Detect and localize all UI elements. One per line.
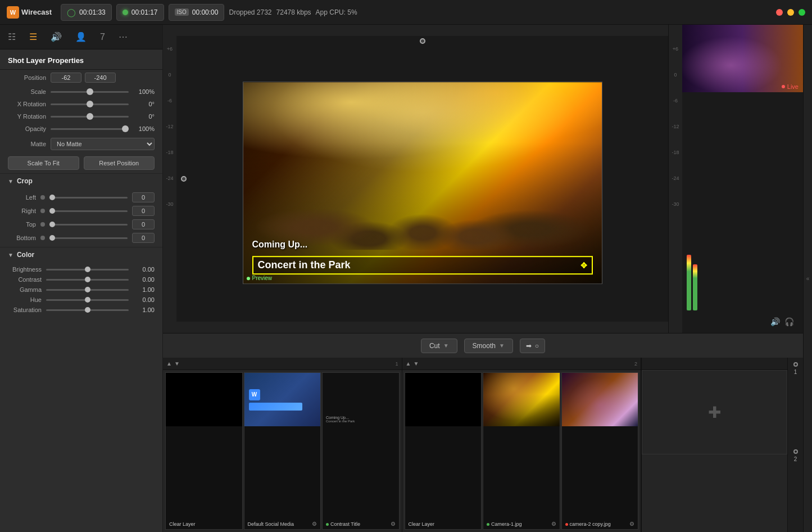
brightness-value: 0.00 — [133, 266, 155, 273]
crop-section-header[interactable]: ▼ Crop — [0, 173, 162, 188]
nav-icon-audio[interactable]: 🔊 — [48, 29, 64, 44]
gamma-slider[interactable] — [46, 289, 129, 291]
xrotation-slider[interactable] — [51, 103, 129, 105]
cut-chevron-icon: ▼ — [443, 342, 449, 349]
preview-handle-top[interactable] — [420, 38, 425, 44]
collapse-chevron-icon: « — [806, 276, 810, 282]
xrotation-value: 0° — [133, 101, 155, 107]
minimize-button[interactable] — [787, 9, 794, 16]
preview-ruler-left: +6 0 -6 -12 -18 -24 -30 — [163, 25, 176, 333]
transition-bar: Cut ▼ Smooth ▼ ➡ ○ — [163, 333, 803, 358]
cut-label: Cut — [429, 342, 440, 350]
position-y[interactable]: -240 — [85, 73, 116, 83]
shot-social-img: W — [244, 373, 321, 426]
crop-top-value[interactable]: 0 — [132, 219, 155, 229]
cut-button[interactable]: Cut ▼ — [421, 339, 457, 353]
lane-1-up-arrow[interactable]: ▲ — [166, 360, 172, 367]
color-section-header[interactable]: ▼ Color — [0, 247, 162, 262]
lane-2-up-arrow[interactable]: ▲ — [406, 360, 411, 367]
lane-1-down-arrow[interactable]: ▼ — [174, 360, 180, 367]
camera1-dot — [487, 523, 489, 526]
hue-slider[interactable] — [46, 299, 129, 301]
collapse-panel-button[interactable]: « — [803, 25, 812, 532]
social-icon: W — [249, 389, 260, 400]
add-shot-area: ✚ — [641, 358, 787, 532]
status-group: ◯ 00:01:33 00:01:17 ISO 00:00:00 Dropped… — [61, 4, 776, 21]
cpu-text: App CPU: 5% — [316, 8, 357, 16]
lane-1-number: 1 — [395, 361, 398, 367]
opacity-slider[interactable] — [51, 128, 129, 130]
icon-nav: ☷ ☰ 🔊 👤 7 ⋯ — [0, 25, 163, 49]
brightness-slider[interactable] — [46, 269, 129, 270]
matte-select[interactable]: No Matte — [51, 138, 155, 150]
position-x[interactable]: -62 — [51, 73, 81, 83]
crop-bottom-dot — [40, 236, 45, 240]
contrast-slider[interactable] — [46, 279, 129, 281]
brightness-row: Brightness 0.00 — [8, 264, 155, 274]
nav-icon-layers[interactable]: ☷ — [6, 29, 18, 44]
shot-lane-2-grid: Clear Layer Camera-1.jpg ⚙ — [402, 370, 641, 532]
nav-icon-more[interactable]: ⋯ — [116, 29, 130, 44]
shot-camera2-settings-icon[interactable]: ⚙ — [629, 521, 634, 527]
shot-social-settings-icon[interactable]: ⚙ — [312, 521, 317, 527]
speaker-icon[interactable]: 🔊 — [770, 317, 780, 326]
shot-default-social[interactable]: W Default Social Media ⚙ — [244, 372, 321, 530]
arrow-right-icon: ➡ — [526, 342, 532, 350]
nav-icon-number[interactable]: 7 — [98, 30, 107, 44]
headphone-icon[interactable]: 🎧 — [784, 317, 794, 326]
scale-label: Scale — [8, 88, 46, 95]
crop-bottom-value[interactable]: 0 — [132, 233, 155, 243]
shot-camera2-label: camera-2 copy.jpg — [565, 521, 611, 527]
audio-controls: 🔊 🎧 — [687, 315, 799, 328]
transition-arrow-button[interactable]: ➡ ○ — [520, 339, 545, 353]
preview-handle-left[interactable] — [181, 176, 187, 182]
shot-clear-layer[interactable]: Clear Layer — [165, 372, 243, 530]
preview-text-box[interactable]: Concert in the Park ✥ — [252, 256, 593, 274]
nav-icon-settings[interactable]: ☰ — [27, 29, 39, 44]
iso-status: ISO 00:00:00 — [169, 4, 225, 21]
yrotation-row: Y Rotation 0° — [0, 110, 162, 123]
add-shot-button-1[interactable]: ✚ — [642, 370, 787, 454]
crop-title: Crop — [17, 177, 33, 185]
lane-2-down-arrow[interactable]: ▼ — [413, 360, 419, 367]
meter-bar-2 — [693, 264, 697, 310]
window-controls[interactable] — [776, 9, 805, 16]
lane-indicator-2 — [793, 449, 798, 454]
close-button[interactable] — [776, 9, 783, 16]
live-preview-inner: +6 0 -6 -12 -18 -24 -30 — [669, 25, 803, 333]
brightness-label: Brightness — [8, 266, 42, 273]
wifi-time: 00:01:33 — [79, 8, 106, 16]
shot-contrast-title[interactable]: Coming Up... Concert in the Park Contras… — [322, 372, 400, 530]
camera2-dot — [565, 523, 568, 526]
shot-lane-2: ▲ ▼ 2 Clear Layer — [402, 358, 642, 532]
preview-tag-label: Preview — [252, 275, 273, 281]
crop-top-slider[interactable] — [49, 224, 128, 226]
shot-lane2-clear[interactable]: Clear Layer — [405, 372, 482, 530]
crop-bottom-slider[interactable] — [49, 237, 128, 239]
yrotation-slider[interactable] — [51, 116, 129, 118]
app-branding: W Wirecast — [7, 6, 52, 19]
crop-right-value[interactable]: 0 — [132, 206, 155, 216]
yrotation-slider-container — [51, 116, 129, 118]
crop-left-value[interactable]: 0 — [132, 192, 155, 202]
shot-camera1-settings-icon[interactable]: ⚙ — [551, 521, 556, 527]
social-stripe — [249, 403, 303, 411]
crop-left-slider[interactable] — [49, 197, 128, 199]
reset-position-button[interactable]: Reset Position — [84, 156, 155, 170]
shot-camera1[interactable]: Camera-1.jpg ⚙ — [483, 372, 560, 530]
smooth-button[interactable]: Smooth ▼ — [464, 339, 513, 353]
nav-icon-person[interactable]: 👤 — [73, 29, 89, 44]
saturation-slider[interactable] — [46, 309, 129, 311]
shot-camera2[interactable]: camera-2 copy.jpg ⚙ — [561, 372, 639, 530]
crop-right-slider[interactable] — [49, 210, 128, 212]
shot-contrast-text2: Concert in the Park — [326, 420, 355, 423]
maximize-button[interactable] — [799, 9, 805, 16]
scale-to-fit-button[interactable]: Scale To Fit — [8, 156, 79, 170]
app-name: Wirecast — [21, 8, 52, 16]
position-values: -62 -240 — [51, 73, 116, 83]
live-preview-panel: +6 0 -6 -12 -18 -24 -30 — [668, 25, 803, 333]
scale-slider[interactable] — [51, 91, 129, 93]
shot-contrast-settings-icon[interactable]: ⚙ — [391, 521, 396, 527]
iso-time: 00:00:00 — [192, 8, 219, 16]
shots-area: ▲ ▼ 1 Clear Layer — [163, 358, 803, 532]
